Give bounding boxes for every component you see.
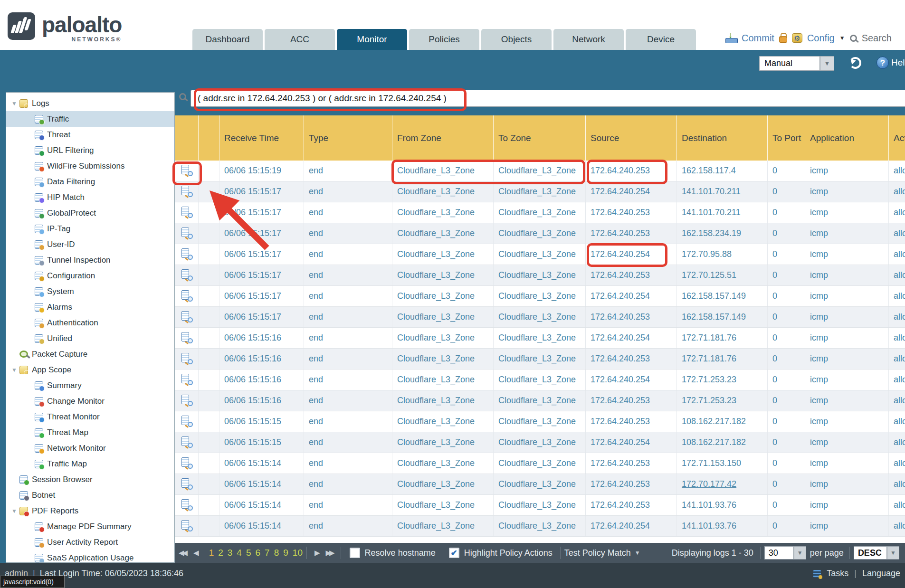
cell-to-port[interactable]: 0 xyxy=(768,370,805,390)
cell-action[interactable]: allow xyxy=(889,265,905,285)
test-policy-caret-icon[interactable]: ▼ xyxy=(635,550,640,556)
lock-icon[interactable] xyxy=(779,36,787,43)
cell-destination[interactable]: 172.71.153.150 xyxy=(677,453,768,474)
cell-to-port[interactable]: 0 xyxy=(768,202,805,223)
cell-to-port[interactable]: 0 xyxy=(768,474,805,494)
cell-to-zone[interactable]: Cloudflare_L3_Zone xyxy=(494,202,586,223)
cell-to-zone[interactable]: Cloudflare_L3_Zone xyxy=(494,181,586,202)
cell-application[interactable]: icmp xyxy=(805,181,889,202)
refresh-mode-caret-icon[interactable]: ▼ xyxy=(820,56,834,71)
cell-source[interactable]: 172.64.240.253 xyxy=(586,474,677,494)
tab-device[interactable]: Device xyxy=(626,29,696,50)
tab-policies[interactable]: Policies xyxy=(409,29,479,50)
page-size-select[interactable]: 30 xyxy=(764,546,794,560)
log-detail-icon[interactable] xyxy=(181,457,193,470)
cell-application[interactable]: icmp xyxy=(805,161,889,181)
cell-application[interactable]: icmp xyxy=(805,244,889,265)
sidebar-item-wildfire-submissions[interactable]: WildFire Submissions xyxy=(6,158,174,174)
cell-action[interactable]: allow xyxy=(889,286,905,306)
sidebar-item-logs[interactable]: ▼ Logs xyxy=(6,95,174,111)
cell-action[interactable]: allow xyxy=(889,307,905,327)
sidebar-item-system[interactable]: System xyxy=(6,284,174,299)
sidebar-item-threat-map[interactable]: Threat Map xyxy=(6,425,174,440)
cell-destination[interactable]: 108.162.217.182 xyxy=(677,432,768,453)
cell-from-zone[interactable]: Cloudflare_L3_Zone xyxy=(392,349,494,369)
cell-to-port[interactable]: 0 xyxy=(768,411,805,432)
cell-from-zone[interactable]: Cloudflare_L3_Zone xyxy=(392,307,494,327)
log-detail-icon[interactable] xyxy=(181,207,193,219)
sidebar-item-botnet[interactable]: Botnet xyxy=(6,487,174,503)
cell-destination[interactable]: 141.101.70.211 xyxy=(677,181,768,202)
cell-destination[interactable]: 172.70.95.88 xyxy=(677,244,768,265)
cell-action[interactable]: allow xyxy=(889,202,905,223)
column-header-receive-time[interactable]: Receive Time xyxy=(219,115,304,161)
log-detail-icon[interactable] xyxy=(181,416,193,428)
cell-action[interactable]: allow xyxy=(889,453,905,474)
log-detail-icon[interactable] xyxy=(181,353,193,365)
help-icon[interactable]: ? xyxy=(876,57,889,69)
cell-action[interactable]: allow xyxy=(889,474,905,494)
resolve-hostname-checkbox[interactable] xyxy=(350,548,360,558)
cell-to-zone[interactable]: Cloudflare_L3_Zone xyxy=(494,223,586,244)
sidebar-item-url-filtering[interactable]: URL Filtering xyxy=(6,142,174,158)
cell-source[interactable]: 172.64.240.253 xyxy=(586,411,677,432)
cell-application[interactable]: icmp xyxy=(805,432,889,453)
cell-to-port[interactable]: 0 xyxy=(768,432,805,453)
tree-expander-icon[interactable]: ▼ xyxy=(9,367,19,373)
cell-to-port[interactable]: 0 xyxy=(768,223,805,244)
cell-action[interactable]: allow xyxy=(889,244,905,265)
commit-button[interactable]: Commit xyxy=(742,33,774,44)
cell-source[interactable]: 172.64.240.254 xyxy=(586,244,677,265)
cell-destination[interactable]: 172.71.181.76 xyxy=(677,328,768,348)
config-button[interactable]: Config xyxy=(807,33,835,44)
cell-application[interactable]: icmp xyxy=(805,516,889,536)
cell-action[interactable]: allow xyxy=(889,370,905,390)
cell-destination[interactable]: 172.71.181.76 xyxy=(677,349,768,369)
cell-destination[interactable]: 162.158.157.149 xyxy=(677,307,768,327)
log-detail-icon[interactable] xyxy=(181,332,193,344)
cell-from-zone[interactable]: Cloudflare_L3_Zone xyxy=(392,286,494,306)
cell-source[interactable]: 172.64.240.254 xyxy=(586,181,677,202)
tasks-button[interactable]: Tasks xyxy=(827,569,848,579)
sidebar-item-threat[interactable]: Threat xyxy=(6,127,174,142)
cell-from-zone[interactable]: Cloudflare_L3_Zone xyxy=(392,181,494,202)
sort-order-select[interactable]: DESC xyxy=(854,546,887,560)
page-number-10[interactable]: 10 xyxy=(293,548,303,558)
page-number-1[interactable]: 1 xyxy=(209,548,214,558)
cell-application[interactable]: icmp xyxy=(805,202,889,223)
cell-source[interactable]: 172.64.240.253 xyxy=(586,265,677,285)
cell-to-port[interactable]: 0 xyxy=(768,349,805,369)
cell-from-zone[interactable]: Cloudflare_L3_Zone xyxy=(392,223,494,244)
cell-source[interactable]: 172.64.240.253 xyxy=(586,202,677,223)
cell-action[interactable]: allow xyxy=(889,411,905,432)
cell-to-port[interactable]: 0 xyxy=(768,265,805,285)
cell-from-zone[interactable]: Cloudflare_L3_Zone xyxy=(392,202,494,223)
tree-expander-icon[interactable]: ▼ xyxy=(9,508,19,514)
cell-from-zone[interactable]: Cloudflare_L3_Zone xyxy=(392,411,494,432)
cell-application[interactable]: icmp xyxy=(805,411,889,432)
cell-application[interactable]: icmp xyxy=(805,349,889,369)
next-page-icon[interactable]: ▶ xyxy=(311,549,322,557)
cell-action[interactable]: allow xyxy=(889,328,905,348)
cell-action[interactable]: allow xyxy=(889,390,905,411)
cell-to-port[interactable]: 0 xyxy=(768,390,805,411)
cell-action[interactable]: allow xyxy=(889,181,905,202)
cell-from-zone[interactable]: Cloudflare_L3_Zone xyxy=(392,161,494,181)
cell-destination[interactable]: 172.70.177.42 xyxy=(677,474,768,494)
cell-destination[interactable]: 141.101.70.211 xyxy=(677,202,768,223)
log-detail-icon[interactable] xyxy=(181,395,193,407)
cell-destination[interactable]: 141.101.93.76 xyxy=(677,516,768,536)
cell-source[interactable]: 172.64.240.254 xyxy=(586,432,677,453)
cell-from-zone[interactable]: Cloudflare_L3_Zone xyxy=(392,328,494,348)
cell-to-port[interactable]: 0 xyxy=(768,495,805,515)
cell-action[interactable]: allow xyxy=(889,516,905,536)
cell-to-zone[interactable]: Cloudflare_L3_Zone xyxy=(494,328,586,348)
cell-destination[interactable]: 172.71.253.23 xyxy=(677,390,768,411)
sidebar-item-alarms[interactable]: Alarms xyxy=(6,299,174,315)
cell-destination[interactable]: 162.158.234.19 xyxy=(677,223,768,244)
sidebar-item-threat-monitor[interactable]: Threat Monitor xyxy=(6,409,174,425)
cell-source[interactable]: 172.64.240.253 xyxy=(586,349,677,369)
page-number-8[interactable]: 8 xyxy=(274,548,279,558)
column-header-application[interactable]: Application xyxy=(805,115,889,161)
cell-action[interactable]: allow xyxy=(889,432,905,453)
